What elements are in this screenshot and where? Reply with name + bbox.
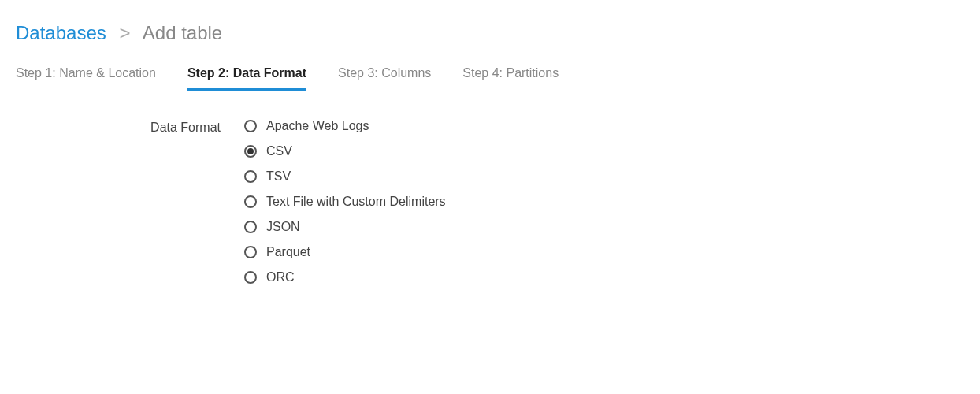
radio-label: Apache Web Logs (266, 119, 369, 133)
breadcrumb-separator: > (119, 22, 130, 43)
data-format-row: Data Format Apache Web Logs CSV TSV Text… (16, 119, 964, 284)
radio-option-csv[interactable]: CSV (244, 144, 446, 158)
radio-icon (244, 120, 257, 132)
wizard-steps: Step 1: Name & Location Step 2: Data For… (16, 66, 964, 91)
radio-option-json[interactable]: JSON (244, 220, 446, 234)
step-name-location[interactable]: Step 1: Name & Location (16, 66, 156, 91)
radio-option-apache-web-logs[interactable]: Apache Web Logs (244, 119, 446, 133)
radio-icon (244, 170, 257, 183)
radio-label: JSON (266, 220, 300, 234)
breadcrumb-current: Add table (143, 22, 222, 43)
radio-icon (244, 246, 257, 258)
data-format-label: Data Format (16, 119, 244, 135)
radio-label: Parquet (266, 245, 310, 259)
radio-icon (244, 221, 257, 233)
radio-label: Text File with Custom Delimiters (266, 195, 446, 209)
radio-icon (244, 145, 257, 158)
step-columns[interactable]: Step 3: Columns (338, 66, 431, 91)
radio-option-orc[interactable]: ORC (244, 270, 446, 284)
breadcrumb-link-databases[interactable]: Databases (16, 22, 106, 43)
step-partitions[interactable]: Step 4: Partitions (462, 66, 559, 91)
radio-icon (244, 271, 257, 284)
radio-option-text-file-custom-delimiters[interactable]: Text File with Custom Delimiters (244, 195, 446, 209)
radio-label: ORC (266, 270, 295, 284)
breadcrumb: Databases > Add table (16, 22, 964, 44)
radio-option-tsv[interactable]: TSV (244, 169, 446, 184)
data-format-radio-group: Apache Web Logs CSV TSV Text File with C… (244, 119, 446, 284)
radio-label: CSV (266, 144, 292, 158)
step-data-format[interactable]: Step 2: Data Format (187, 66, 306, 91)
radio-option-parquet[interactable]: Parquet (244, 245, 446, 259)
radio-label: TSV (266, 169, 291, 184)
radio-icon (244, 195, 257, 208)
